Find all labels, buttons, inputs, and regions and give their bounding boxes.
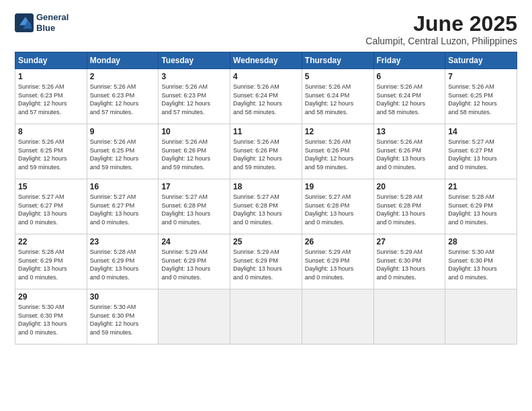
day-cell: 21Sunrise: 5:28 AMSunset: 6:29 PMDayligh…	[445, 179, 517, 234]
calendar-title: June 2025	[365, 12, 517, 36]
day-number: 20	[377, 182, 443, 191]
week-row-1: 1Sunrise: 5:26 AMSunset: 6:23 PMDaylight…	[15, 69, 517, 124]
day-cell: 26Sunrise: 5:29 AMSunset: 6:29 PMDayligh…	[302, 234, 373, 289]
day-info: Sunrise: 5:28 AMSunset: 6:28 PMDaylight:…	[377, 193, 426, 226]
logo-icon	[15, 13, 34, 32]
calendar-table: SundayMondayTuesdayWednesdayThursdayFrid…	[15, 52, 517, 345]
day-number: 21	[448, 182, 514, 191]
day-info: Sunrise: 5:26 AMSunset: 6:25 PMDaylight:…	[448, 83, 497, 116]
day-number: 29	[18, 292, 84, 302]
day-cell: 1Sunrise: 5:26 AMSunset: 6:23 PMDaylight…	[15, 69, 87, 124]
weekday-header-thursday: Thursday	[302, 52, 373, 69]
day-info: Sunrise: 5:28 AMSunset: 6:29 PMDaylight:…	[448, 193, 497, 226]
day-number: 19	[305, 182, 371, 191]
week-row-3: 15Sunrise: 5:27 AMSunset: 6:27 PMDayligh…	[15, 179, 517, 234]
logo-line2: Blue	[36, 23, 69, 34]
day-cell: 25Sunrise: 5:29 AMSunset: 6:29 PMDayligh…	[230, 234, 302, 289]
day-info: Sunrise: 5:27 AMSunset: 6:27 PMDaylight:…	[18, 193, 67, 226]
day-cell: 24Sunrise: 5:29 AMSunset: 6:29 PMDayligh…	[159, 234, 230, 289]
day-number: 7	[448, 72, 514, 81]
day-number: 4	[233, 72, 299, 81]
day-number: 13	[377, 127, 443, 136]
day-number: 11	[233, 127, 299, 136]
day-number: 27	[377, 237, 443, 246]
day-number: 28	[448, 237, 514, 246]
day-cell: 29Sunrise: 5:30 AMSunset: 6:30 PMDayligh…	[15, 289, 87, 345]
weekday-header-sunday: Sunday	[15, 52, 87, 69]
day-number: 23	[90, 237, 156, 246]
weekday-header-tuesday: Tuesday	[159, 52, 230, 69]
day-info: Sunrise: 5:27 AMSunset: 6:28 PMDaylight:…	[161, 193, 210, 226]
header: General Blue June 2025 Calumpit, Central…	[15, 12, 517, 46]
day-info: Sunrise: 5:28 AMSunset: 6:29 PMDaylight:…	[90, 248, 139, 281]
day-cell: 11Sunrise: 5:26 AMSunset: 6:26 PMDayligh…	[230, 124, 302, 179]
day-number: 10	[161, 127, 227, 136]
day-cell	[302, 289, 373, 345]
day-number: 9	[90, 127, 156, 136]
day-info: Sunrise: 5:30 AMSunset: 6:30 PMDaylight:…	[448, 248, 497, 281]
day-number: 18	[233, 182, 299, 191]
weekday-header-row: SundayMondayTuesdayWednesdayThursdayFrid…	[15, 52, 517, 69]
day-info: Sunrise: 5:28 AMSunset: 6:29 PMDaylight:…	[18, 248, 67, 281]
day-cell: 17Sunrise: 5:27 AMSunset: 6:28 PMDayligh…	[159, 179, 230, 234]
day-number: 6	[377, 72, 443, 81]
day-cell: 2Sunrise: 5:26 AMSunset: 6:23 PMDaylight…	[87, 69, 159, 124]
day-number: 5	[305, 72, 371, 81]
week-row-2: 8Sunrise: 5:26 AMSunset: 6:25 PMDaylight…	[15, 124, 517, 179]
day-cell: 12Sunrise: 5:26 AMSunset: 6:26 PMDayligh…	[302, 124, 373, 179]
day-info: Sunrise: 5:26 AMSunset: 6:26 PMDaylight:…	[233, 138, 282, 171]
day-info: Sunrise: 5:26 AMSunset: 6:26 PMDaylight:…	[305, 138, 354, 171]
day-cell: 5Sunrise: 5:26 AMSunset: 6:24 PMDaylight…	[302, 69, 373, 124]
day-info: Sunrise: 5:26 AMSunset: 6:24 PMDaylight:…	[377, 83, 426, 116]
day-info: Sunrise: 5:29 AMSunset: 6:30 PMDaylight:…	[377, 248, 426, 281]
day-number: 15	[18, 182, 84, 191]
day-cell: 14Sunrise: 5:27 AMSunset: 6:27 PMDayligh…	[445, 124, 517, 179]
logo-text: General Blue	[36, 12, 69, 33]
day-cell: 7Sunrise: 5:26 AMSunset: 6:25 PMDaylight…	[445, 69, 517, 124]
day-info: Sunrise: 5:27 AMSunset: 6:28 PMDaylight:…	[305, 193, 354, 226]
day-info: Sunrise: 5:30 AMSunset: 6:30 PMDaylight:…	[90, 304, 139, 336]
day-number: 26	[305, 237, 371, 246]
weekday-header-wednesday: Wednesday	[230, 52, 302, 69]
weekday-header-monday: Monday	[87, 52, 159, 69]
day-info: Sunrise: 5:29 AMSunset: 6:29 PMDaylight:…	[233, 248, 282, 281]
calendar-subtitle: Calumpit, Central Luzon, Philippines	[365, 36, 517, 46]
day-number: 1	[18, 72, 84, 81]
day-cell: 27Sunrise: 5:29 AMSunset: 6:30 PMDayligh…	[373, 234, 445, 289]
day-info: Sunrise: 5:26 AMSunset: 6:24 PMDaylight:…	[233, 83, 282, 116]
day-number: 12	[305, 127, 371, 136]
weekday-header-friday: Friday	[373, 52, 445, 69]
day-number: 8	[18, 127, 84, 136]
day-number: 16	[90, 182, 156, 191]
day-cell: 18Sunrise: 5:27 AMSunset: 6:28 PMDayligh…	[230, 179, 302, 234]
day-info: Sunrise: 5:27 AMSunset: 6:28 PMDaylight:…	[233, 193, 282, 226]
day-cell: 30Sunrise: 5:30 AMSunset: 6:30 PMDayligh…	[87, 289, 159, 345]
logo-line1: General	[36, 12, 69, 23]
day-cell: 8Sunrise: 5:26 AMSunset: 6:25 PMDaylight…	[15, 124, 87, 179]
calendar-page: General Blue June 2025 Calumpit, Central…	[0, 0, 532, 411]
day-number: 22	[18, 237, 84, 246]
day-cell: 15Sunrise: 5:27 AMSunset: 6:27 PMDayligh…	[15, 179, 87, 234]
week-row-5: 29Sunrise: 5:30 AMSunset: 6:30 PMDayligh…	[15, 289, 517, 345]
day-number: 17	[161, 182, 227, 191]
day-number: 2	[90, 72, 156, 81]
day-number: 3	[161, 72, 227, 81]
day-info: Sunrise: 5:26 AMSunset: 6:23 PMDaylight:…	[18, 83, 67, 116]
day-info: Sunrise: 5:26 AMSunset: 6:23 PMDaylight:…	[90, 83, 139, 116]
day-info: Sunrise: 5:26 AMSunset: 6:25 PMDaylight:…	[18, 138, 67, 171]
day-cell: 10Sunrise: 5:26 AMSunset: 6:26 PMDayligh…	[159, 124, 230, 179]
week-row-4: 22Sunrise: 5:28 AMSunset: 6:29 PMDayligh…	[15, 234, 517, 289]
day-cell: 6Sunrise: 5:26 AMSunset: 6:24 PMDaylight…	[373, 69, 445, 124]
day-cell: 9Sunrise: 5:26 AMSunset: 6:25 PMDaylight…	[87, 124, 159, 179]
day-number: 14	[448, 127, 514, 136]
day-info: Sunrise: 5:26 AMSunset: 6:24 PMDaylight:…	[305, 83, 354, 116]
day-cell: 13Sunrise: 5:26 AMSunset: 6:26 PMDayligh…	[373, 124, 445, 179]
day-cell	[230, 289, 302, 345]
weekday-header-saturday: Saturday	[445, 52, 517, 69]
day-cell	[445, 289, 517, 345]
day-cell: 22Sunrise: 5:28 AMSunset: 6:29 PMDayligh…	[15, 234, 87, 289]
day-number: 25	[233, 237, 299, 246]
day-number: 30	[90, 292, 156, 302]
day-info: Sunrise: 5:27 AMSunset: 6:27 PMDaylight:…	[448, 138, 497, 171]
day-info: Sunrise: 5:26 AMSunset: 6:23 PMDaylight:…	[161, 83, 210, 116]
